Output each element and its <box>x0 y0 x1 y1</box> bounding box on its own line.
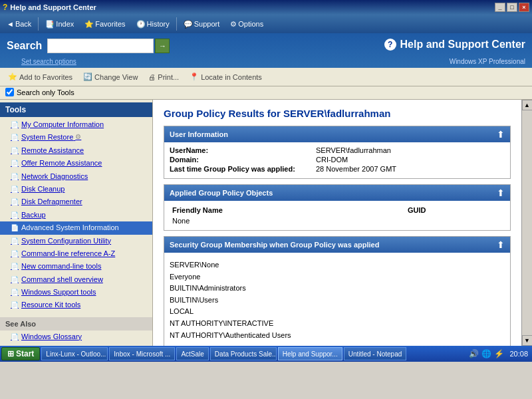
sidebar-item-label: My Computer Information <box>21 120 104 130</box>
sidebar-item-cmdref[interactable]: 📄 Command-line reference A-Z <box>0 247 152 260</box>
scrollbar[interactable]: ▲ ▼ <box>521 100 532 346</box>
taskbar-item-label: Inbox - Microsoft ... <box>114 350 170 358</box>
tray-icon-power: ⚡ <box>494 349 504 358</box>
maximize-button[interactable]: □ <box>507 3 517 12</box>
change-view-button[interactable]: 🔄 Change View <box>80 71 140 82</box>
back-button[interactable]: ◄ Back <box>3 19 35 29</box>
sidebar-item-my-computer[interactable]: 📄 My Computer Information <box>0 118 152 131</box>
add-favorites-button[interactable]: ⭐ Add to Favorites <box>5 71 75 82</box>
close-button[interactable]: × <box>519 3 529 12</box>
taskbar-item-inbox[interactable]: Inbox - Microsoft ... <box>109 347 175 360</box>
sidebar-item-system-restore[interactable]: 📄 System Restore ⚙ <box>0 131 152 144</box>
sidebar-item-cmd-shell[interactable]: 📄 Command shell overview <box>0 273 152 286</box>
titlebar-icon: ? <box>3 3 7 12</box>
locate-in-contents-button[interactable]: 📍 Locate in Contents <box>187 71 265 82</box>
sidebar-item-backup[interactable]: 📄 Backup <box>0 209 152 221</box>
taskbar-item-label: Untitled - Notepad <box>348 350 402 358</box>
user-info-collapse-button[interactable]: ⬆ <box>497 129 505 140</box>
favorites-button[interactable]: ⭐ Favorites <box>80 19 129 30</box>
table-header-row: Friendly Name GUID <box>170 205 505 215</box>
taskbar-item-notepad[interactable]: Untitled - Notepad <box>344 347 407 360</box>
info-row-last-applied: Last time Group Policy was applied: 28 N… <box>170 165 505 173</box>
page-icon: 📄 <box>11 288 19 297</box>
user-information-body: UserName: SERVER\fadlurrahman Domain: CR… <box>164 142 510 178</box>
sidebar-item-label: Remote Assistance <box>21 146 84 156</box>
sidebar-item-label: Network Diagnostics <box>21 172 88 182</box>
scroll-up-button[interactable]: ▲ <box>522 100 533 110</box>
scroll-down-button[interactable]: ▼ <box>522 335 533 346</box>
search-only-tools-checkbox[interactable] <box>5 88 14 96</box>
search-input[interactable] <box>47 39 154 53</box>
search-only-tools-label: Search only Tools <box>17 88 74 96</box>
page-icon: 📄 <box>11 159 19 168</box>
sidebar-item-label: Advanced System Information <box>21 223 119 233</box>
security-group-title: Security Group Membership when Group Pol… <box>170 241 379 249</box>
security-group-list: SERVER\None Everyone BUILTIN\Administrat… <box>170 257 505 344</box>
sidebar-item-sys-config[interactable]: 📄 System Configuration Utility <box>0 235 152 247</box>
list-item: SERVER\None <box>170 259 505 271</box>
sidebar-item-new-cmdtools[interactable]: 📄 New command-line tools <box>0 260 152 273</box>
username-value: SERVER\fadlurrahman <box>316 146 391 154</box>
last-applied-value: 28 November 2007 GMT <box>316 165 396 173</box>
sidebar-item-win-support[interactable]: 📄 Windows Support tools <box>0 286 152 299</box>
page-icon: 📄 <box>11 301 19 310</box>
page-icon: 📄 <box>11 172 19 182</box>
history-button[interactable]: 🕐 History <box>132 19 174 30</box>
taskbar-item-linx[interactable]: Linx-Lunx - Outloo... <box>41 347 108 360</box>
applied-gpo-collapse-button[interactable]: ⬆ <box>497 188 505 198</box>
sidebar-item-offer-remote[interactable]: 📄 Offer Remote Assistance <box>0 157 152 170</box>
print-icon: 🖨 <box>148 73 156 81</box>
guid-header: GUID <box>405 205 505 215</box>
breadcrumb-bar: ⭐ Add to Favorites 🔄 Change View 🖨 Print… <box>0 68 532 86</box>
taskbar-right: 🔊 🌐 ⚡ 20:08 <box>469 349 531 358</box>
page-icon: 📄 <box>11 223 19 233</box>
list-item: LOCAL <box>170 306 505 318</box>
titlebar-buttons: _ □ × <box>495 3 529 12</box>
table-row: None <box>170 215 505 226</box>
security-group-body: SERVER\None Everyone BUILTIN\Administrat… <box>164 253 510 346</box>
last-applied-label: Last time Group Policy was applied: <box>170 165 316 173</box>
search-label: Search <box>7 40 42 52</box>
options-button[interactable]: ⚙ Options <box>226 19 267 30</box>
sidebar-item-label: Disk Cleanup <box>21 184 65 194</box>
sidebar-item-disk-defrag[interactable]: 📄 Disk Defragmenter <box>0 196 152 208</box>
search-go-button[interactable]: → <box>155 39 170 53</box>
set-search-options-link[interactable]: Set search options <box>7 58 76 65</box>
applied-gpo-header: Applied Group Policy Objects ⬆ <box>164 185 510 201</box>
taskbar-item-label: Help and Suppor... <box>283 350 338 358</box>
page-icon: 📄 <box>11 185 19 194</box>
list-item: NT AUTHORITY\Authenticated Users <box>170 330 505 342</box>
sidebar-item-win-glossary[interactable]: 📄 Windows Glossary <box>0 331 152 343</box>
see-also-header: See Also <box>0 317 152 331</box>
help-center-title: ? Help and Support Center <box>384 39 525 51</box>
taskbar-item-label: Linx-Lunx - Outloo... <box>46 350 106 358</box>
sidebar-item-label: New command-line tools <box>21 261 101 271</box>
applied-gpo-table: Friendly Name GUID None <box>170 205 505 226</box>
friendly-name-value: None <box>170 215 405 226</box>
security-group-collapse-button[interactable]: ⬆ <box>497 239 505 250</box>
page-icon: 📄 <box>11 146 19 156</box>
sidebar-item-remote-assistance[interactable]: 📄 Remote Assistance <box>0 144 152 157</box>
page-icon: 📄 <box>11 198 19 207</box>
support-button[interactable]: 💬 Support <box>180 19 224 30</box>
sidebar-item-advanced-sysinfo[interactable]: 📄 Advanced System Information <box>0 221 152 234</box>
start-button[interactable]: ⊞ Start <box>1 347 40 360</box>
sidebar-item-network-diag[interactable]: 📄 Network Diagnostics <box>0 170 152 183</box>
page-icon: 📄 <box>11 332 19 342</box>
taskbar-item-data-products[interactable]: Data Products Sale... <box>210 347 277 360</box>
index-button[interactable]: 📑 Index <box>41 19 78 30</box>
page-icon: 📄 <box>11 249 19 259</box>
sidebar-item-label: System Configuration Utility <box>21 236 111 246</box>
searchbar: Search → Set search options ? Help and S… <box>0 33 532 68</box>
sidebar-item-disk-cleanup[interactable]: 📄 Disk Cleanup <box>0 183 152 196</box>
tray-icon-network: 🌐 <box>481 349 491 358</box>
minimize-button[interactable]: _ <box>495 3 505 12</box>
sidebar-item-resource-kit[interactable]: 📄 Resource Kit tools <box>0 299 152 311</box>
taskbar-item-help[interactable]: Help and Suppor... <box>278 347 342 360</box>
taskbar-item-actsale[interactable]: ActSale <box>176 347 208 360</box>
tools-section-header: Tools <box>0 102 152 117</box>
sidebar: Tools 📄 My Computer Information 📄 System… <box>0 100 153 346</box>
print-button[interactable]: 🖨 Print... <box>146 72 182 82</box>
list-item: BUILTIN\Administrators <box>170 283 505 295</box>
search-only-tools-row: Search only Tools <box>0 86 532 100</box>
